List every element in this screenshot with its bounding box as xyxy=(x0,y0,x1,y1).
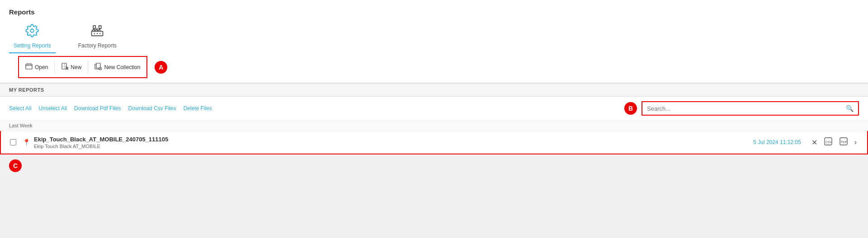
row-main: Ekip_Touch_Black_AT_MOBILE_240705_111105… xyxy=(34,136,753,149)
new-collection-label: New Collection xyxy=(104,64,140,70)
download-csv-link[interactable]: Download Csv Files xyxy=(128,105,176,112)
row-subtitle: Ekip Touch Black AT_MOBILE xyxy=(34,144,753,149)
new-button[interactable]: New xyxy=(55,61,88,74)
delete-files-link[interactable]: Delete Files xyxy=(184,105,212,112)
row-actions: ✕ CSV PDF › xyxy=(810,135,858,149)
svg-rect-1 xyxy=(94,26,96,28)
tab-setting-reports[interactable]: Setting Reports xyxy=(9,20,56,53)
badge-b: B xyxy=(624,102,637,115)
top-section: Reports Setting Reports xyxy=(0,0,868,83)
toolbar-area: Open New xyxy=(9,53,859,83)
search-input[interactable] xyxy=(642,103,841,115)
unselect-all-link[interactable]: Unselect All xyxy=(38,105,67,112)
new-label: New xyxy=(71,64,81,70)
row-close-button[interactable]: ✕ xyxy=(810,137,819,148)
svg-rect-2 xyxy=(99,26,101,28)
gear-icon xyxy=(25,24,39,41)
row-pdf-button[interactable]: PDF xyxy=(838,135,849,149)
tab-factory-reports-label: Factory Reports xyxy=(78,42,117,49)
open-label: Open xyxy=(35,64,48,70)
svg-text:CSV: CSV xyxy=(826,140,832,144)
search-button[interactable]: 🔍 xyxy=(841,102,858,115)
table-row: 📍 Ekip_Touch_Black_AT_MOBILE_240705_1111… xyxy=(0,131,868,154)
location-pin-icon: 📍 xyxy=(23,139,30,146)
actions-bar: Select All Unselect All Download Pdf Fil… xyxy=(0,97,868,121)
download-pdf-link[interactable]: Download Pdf Files xyxy=(74,105,121,112)
row-checkbox[interactable] xyxy=(10,139,16,145)
report-tabs: Setting Reports Factory Reports xyxy=(9,20,859,53)
open-button[interactable]: Open xyxy=(19,61,55,74)
search-wrapper: 🔍 xyxy=(642,101,859,116)
svg-rect-6 xyxy=(26,64,32,69)
row-date: 5 Jul 2024 11:12:05 xyxy=(753,139,801,145)
new-icon xyxy=(61,63,68,71)
tab-factory-reports[interactable]: Factory Reports xyxy=(74,20,121,53)
bottom-area: C xyxy=(0,154,868,177)
new-collection-button[interactable]: New Collection xyxy=(88,61,146,74)
select-all-link[interactable]: Select All xyxy=(9,105,31,112)
toolbar: Open New xyxy=(18,56,147,78)
row-title: Ekip_Touch_Black_AT_MOBILE_240705_111105 xyxy=(34,136,753,143)
row-csv-button[interactable]: CSV xyxy=(822,135,834,149)
search-icon: 🔍 xyxy=(846,105,854,112)
new-collection-icon xyxy=(94,63,102,71)
badge-c: C xyxy=(9,159,22,172)
reports-section: MY REPORTS Select All Unselect All Downl… xyxy=(0,83,868,154)
tab-setting-reports-label: Setting Reports xyxy=(14,42,51,49)
page-title: Reports xyxy=(9,5,859,20)
badge-a: A xyxy=(155,61,167,74)
section-header: MY REPORTS xyxy=(0,83,868,97)
actions-right: B 🔍 xyxy=(624,101,859,116)
row-expand-button[interactable]: › xyxy=(853,137,858,148)
page-wrapper: Reports Setting Reports xyxy=(0,0,868,238)
svg-text:PDF: PDF xyxy=(841,140,847,144)
factory-icon xyxy=(90,24,104,41)
open-icon xyxy=(25,63,33,71)
actions-left: Select All Unselect All Download Pdf Fil… xyxy=(9,105,624,112)
date-group-last-week: Last Week xyxy=(0,121,868,131)
